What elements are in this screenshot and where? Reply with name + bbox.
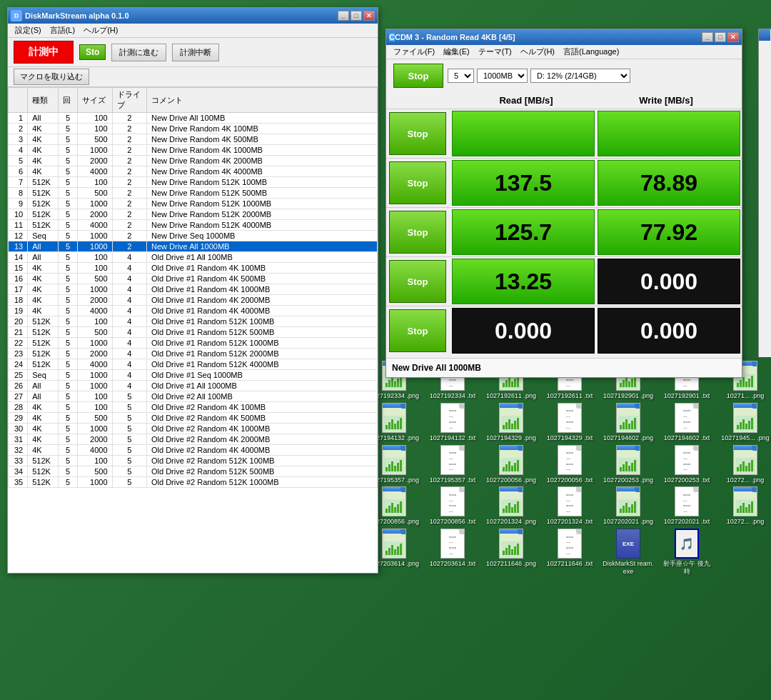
list-item[interactable]: ===---===--- 1027194602 .txt [660,403,713,442]
table-row[interactable]: 19 4K 5 4000 4 Old Drive #1 Random 4K 40… [9,306,378,316]
table-row[interactable]: 27 All 5 100 5 Old Drive #2 All 100MB [9,391,378,402]
list-item[interactable]: 1027201324 .png [485,486,538,526]
cdm-menu-edit[interactable]: 編集(E) [439,45,474,59]
table-row[interactable]: 34 512K 5 500 5 Old Drive #2 Random 512K… [9,466,378,477]
list-item[interactable]: ===---===--- 1027195357 .txt [426,445,479,484]
list-item[interactable]: ===---===--- 1027211646 .txt [543,529,596,576]
table-row[interactable]: 12 Seq 5 1000 2 New Drive Seq 1000MB [9,231,378,241]
table-row[interactable]: 26 All 5 1000 4 Old Drive #1 All 1000MB [9,381,378,391]
list-item[interactable]: 1027200253 .png [602,445,655,484]
table-row[interactable]: 10 512K 5 2000 2 New Drive Random 512K 2… [9,209,378,220]
cdm-count-select[interactable]: 5 [448,69,474,83]
list-item[interactable]: 1027202021 .png [602,486,655,526]
row-times: 5 [59,456,78,466]
cdm-drive-select[interactable]: D: 12% (2/14GB) [530,69,630,83]
menu-language[interactable]: 言語(L) [46,24,79,37]
table-row[interactable]: 35 512K 5 1000 5 Old Drive #2 Random 512… [9,477,378,488]
table-row[interactable]: 25 Seq 5 1000 4 Old Drive #1 Seq 1000MB [9,370,378,381]
row-comment: Old Drive #1 Random 4K 2000MB [147,295,378,306]
list-item[interactable]: 10272... .png [719,486,771,526]
table-row[interactable]: 24 512K 5 4000 4 Old Drive #1 Random 512… [9,359,378,370]
list-item[interactable]: 10272... .png [719,445,771,484]
cdm-minimize-button[interactable]: _ [702,32,713,42]
table-row[interactable]: 8 512K 5 500 2 New Drive Random 512K 500… [9,188,378,199]
diskmark-table-container[interactable]: 種類 回 サイズ ドライブ コメント 1 All 5 100 2 New Dri… [8,87,378,573]
table-row[interactable]: 5 4K 5 2000 2 New Drive Random 4K 2000MB [9,156,378,166]
list-item[interactable]: ===---===--- 1027200056 .txt [543,445,596,484]
cdm-close-button[interactable]: ✕ [727,32,739,42]
table-row[interactable]: 29 4K 5 500 5 Old Drive #2 Random 4K 500… [9,413,378,424]
table-row[interactable]: 6 4K 5 4000 2 New Drive Random 4K 4000MB [9,166,378,177]
cdm-maximize-button[interactable]: □ [715,32,726,42]
list-item[interactable]: ===---===--- 1027194132 .txt [426,403,479,442]
list-item[interactable]: 1027194329 .png [485,403,538,442]
svg-rect-50 [737,425,739,429]
list-item[interactable]: 1027200056 .png [485,445,538,484]
table-row[interactable]: 22 512K 5 1000 4 Old Drive #1 Random 512… [9,338,378,349]
list-item[interactable]: ===---===--- 1027202021 .txt [660,486,713,526]
cdm-main-stop-button[interactable]: Stop [393,64,443,88]
list-item[interactable]: ===---===--- 1027201324 .txt [543,486,596,526]
cdm-read-3: 13.25 [452,259,595,304]
measuring-button[interactable]: 計測中 [14,41,74,64]
list-item[interactable]: 1027194602 .png [602,403,655,442]
table-row[interactable]: 15 4K 5 100 4 Old Drive #1 Random 4K 100… [9,263,378,274]
cdm-menu-help[interactable]: ヘルプ(H) [516,45,559,59]
table-row[interactable]: 18 4K 5 2000 4 Old Drive #1 Random 4K 20… [9,295,378,306]
table-row[interactable]: 17 4K 5 1000 4 Old Drive #1 Random 4K 10… [9,284,378,295]
table-row[interactable]: 11 512K 5 4000 2 New Drive Random 512K 4… [9,220,378,231]
cdm-stop-btn-0[interactable]: Stop [389,112,446,155]
cdm-stop-btn-3[interactable]: Stop [389,260,446,303]
proceed-button[interactable]: 計測に進む [111,44,166,61]
cdm-menu-theme[interactable]: テーマ(T) [474,45,516,59]
cdm-menu-language[interactable]: 言語(Language) [559,45,623,59]
table-row[interactable]: 31 4K 5 2000 5 Old Drive #2 Random 4K 20… [9,434,378,445]
table-row[interactable]: 30 4K 5 1000 5 Old Drive #2 Random 4K 10… [9,424,378,434]
list-item[interactable]: ===---===--- 1027194329 .txt [543,403,596,442]
row-size: 100 [78,391,112,402]
table-row[interactable]: 21 512K 5 500 4 Old Drive #1 Random 512K… [9,327,378,338]
png-thumbnail [735,499,755,515]
table-row[interactable]: 14 All 5 100 4 Old Drive #1 All 100MB [9,252,378,263]
table-row[interactable]: 33 512K 5 100 5 Old Drive #2 Random 512K… [9,456,378,466]
list-item[interactable]: ===---===--- 1027203614 .txt [426,529,479,576]
table-row[interactable]: 9 512K 5 1000 2 New Drive Random 512K 10… [9,199,378,209]
cdm-stop-btn-2[interactable]: Stop [389,211,446,254]
table-row[interactable]: 20 512K 5 100 4 Old Drive #1 Random 512K… [9,316,378,327]
table-row[interactable]: 32 4K 5 4000 5 Old Drive #2 Random 4K 40… [9,445,378,456]
cdm-stop-btn-1[interactable]: Stop [389,161,446,204]
stop-small-button[interactable]: Sto [79,44,106,60]
cdm-stop-btn-4[interactable]: Stop [389,309,446,352]
list-item[interactable]: 1027211646 .png [485,529,538,576]
table-row[interactable]: 28 4K 5 100 5 Old Drive #2 Random 4K 100… [9,402,378,413]
cdm-menu-file[interactable]: ファイル(F) [389,45,439,59]
table-row[interactable]: 16 4K 5 500 4 Old Drive #1 Random 4K 500… [9,274,378,284]
list-item[interactable]: ===---===--- 1027200856 .txt [426,486,479,526]
table-row[interactable]: 2 4K 5 100 2 New Drive Random 4K 100MB [9,124,378,134]
svg-rect-73 [625,461,628,471]
table-row[interactable]: 1 All 5 100 2 New Drive All 100MB [9,113,378,124]
table-row[interactable]: 7 512K 5 100 2 New Drive Random 512K 100… [9,177,378,188]
macro-button[interactable]: マクロを取り込む [14,69,89,85]
table-row[interactable]: 4 4K 5 1000 2 New Drive Random 4K 1000MB [9,145,378,156]
cdm-size-select[interactable]: 1000MB [477,69,528,83]
row-type: All [28,381,59,391]
list-item[interactable]: 🎵射手座☆午 後九時 [660,529,713,576]
txt-content: ===---===--- [448,487,458,516]
interrupt-button[interactable]: 計測中断 [172,44,219,61]
minimize-button[interactable]: _ [338,11,349,21]
row-num: 22 [9,338,28,349]
list-item[interactable]: ===---===--- 1027200253 .txt [660,445,713,484]
close-button[interactable]: ✕ [363,11,375,21]
table-row[interactable]: 13 All 5 1000 2 New Drive All 1000MB [9,241,378,252]
row-type: All [28,391,59,402]
maximize-button[interactable]: □ [351,11,362,21]
table-row[interactable]: 23 512K 5 2000 4 Old Drive #1 Random 512… [9,349,378,359]
svg-rect-38 [508,419,510,429]
list-item[interactable]: EXE DiskMarkSt ream.exe [602,529,655,576]
svg-rect-54 [748,421,750,429]
table-row[interactable]: 3 4K 5 500 2 New Drive Random 4K 500MB [9,134,378,145]
list-item[interactable]: 10271945... .png [719,403,771,442]
menu-settings[interactable]: 設定(S) [11,24,46,37]
menu-help[interactable]: ヘルプ(H) [79,24,122,37]
